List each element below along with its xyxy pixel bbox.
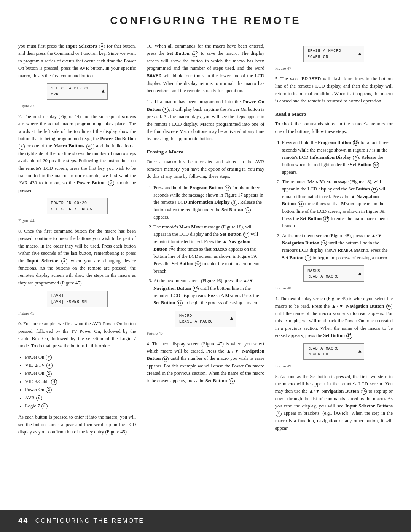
fig46-lcd: MACRO ERASE A MACRO ▲	[175, 311, 236, 327]
list-item: VID 2/TV 4	[25, 362, 136, 369]
footer-page-number: 44	[18, 516, 29, 525]
fig48-lcd: MACRO READ A MACRO ▲	[303, 265, 364, 282]
list-item: At the next menu screen (Figure 46), pre…	[153, 277, 264, 307]
col3-read-steps: Press and hold the Program Button 25 for…	[282, 139, 393, 262]
col1-para7: 7. The next display (Figure 44) and the …	[18, 113, 136, 194]
list-item: AVR 5	[25, 395, 136, 402]
header-title: CONFIGURING THE REMOTE	[110, 14, 301, 26]
list-item: At the next menu screen (Figure 48), pre…	[282, 232, 393, 262]
fig44-lcd: POWER ON 00/20 SELECT KEY PRESS	[47, 198, 108, 214]
list-item: Press and hold the Program Button 25 for…	[153, 184, 264, 221]
list-item: Power On 2	[25, 370, 136, 377]
col3-read5: 5. As soon as the Set button is pressed,…	[275, 373, 393, 432]
col3-read-intro: To check the commands stored in the remo…	[275, 120, 393, 135]
page-footer: 44 CONFIGURING THE REMOTE	[0, 510, 411, 532]
page-header: CONFIGURING THE REMOTE	[0, 0, 411, 34]
col1-bullet-list: Power On 2 VID 2/TV 4 Power On 2 VID 3/C…	[25, 354, 136, 410]
fig47-label: Figure 47	[275, 65, 393, 72]
fig45-label: Figure 45	[18, 310, 136, 316]
col1-para9-end: As each button is pressed to enter it in…	[18, 414, 136, 436]
fig49-label: Figure 49	[275, 363, 393, 369]
list-item: VID 3/Cable 4	[25, 378, 136, 385]
fig48-label: Figure 48	[275, 285, 393, 291]
section-read-heading: Read a Macro	[275, 110, 393, 118]
col3-erase5: 5. The word ERASED will flash four times…	[275, 75, 393, 105]
col3-read4: 4. The next display screen (Figure 49) i…	[275, 295, 393, 339]
col2-erase4: 4. The next display screen (Figure 47) i…	[147, 340, 264, 385]
section-erasing-heading: Erasing a Macro	[147, 148, 264, 156]
col2-para11: 11. If a macro has been programmed into …	[147, 98, 264, 142]
col2-erasing-intro: Once a macro has been created and stored…	[147, 158, 264, 181]
col1-para9: 9. For our example, we first want the AV…	[18, 320, 136, 350]
column-3: ERASE A MACRO POWER ON ▲ Figure 47 5. Th…	[270, 43, 393, 439]
fig43-lcd: SELECT A DEVICE AVR ▲	[47, 83, 108, 100]
col2-para10: 10. When all commands for the macro have…	[147, 43, 264, 94]
list-item: The remote's Main Menu message (Figure 1…	[153, 224, 264, 275]
list-item: Press and hold the Program Button 25 for…	[282, 139, 393, 176]
fig44-label: Figure 44	[18, 217, 136, 224]
fig45-lcd: [AVR] [AVR] POWER ON	[47, 291, 108, 307]
list-item: Power On 2	[25, 386, 136, 393]
column-2: 10. When all commands for the macro have…	[141, 43, 269, 439]
col1-para8: 8. Once the first command button for the…	[18, 228, 136, 287]
fig46-label: Figure 46	[147, 330, 264, 337]
list-item: The remote's Main Menu message (Figure 1…	[282, 178, 393, 230]
fig49-lcd: READ A MACRO POWER ON ▲	[303, 343, 364, 360]
list-item: Power On 2	[25, 354, 136, 361]
col1-intro: you must first press the Input Selectors…	[18, 43, 136, 80]
col2-erase-steps: Press and hold the Program Button 25 for…	[153, 184, 264, 307]
fig43-label: Figure 43	[18, 103, 136, 109]
footer-text: CONFIGURING THE REMOTE	[35, 518, 144, 524]
fig47-lcd: ERASE A MACRO POWER ON ▲	[303, 46, 364, 62]
column-1: you must first press the Input Selectors…	[18, 43, 141, 439]
list-item: Logic 7 8	[25, 403, 136, 410]
